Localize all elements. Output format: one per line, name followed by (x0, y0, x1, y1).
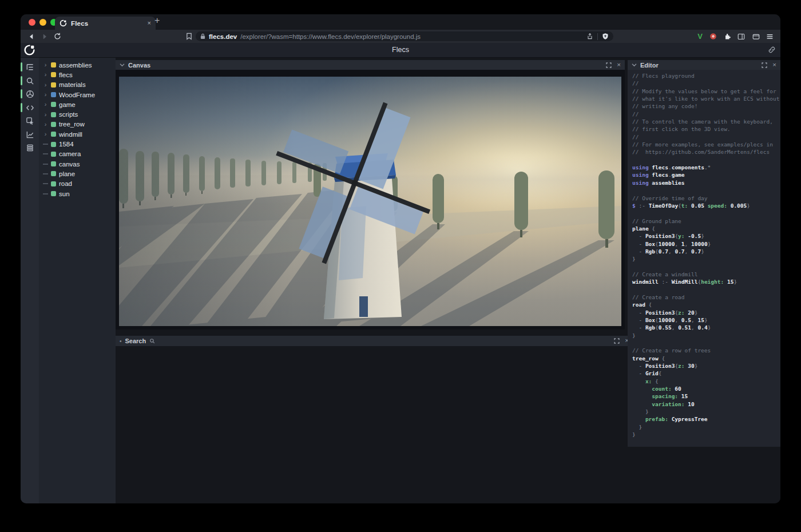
code-line[interactable]: using flecs.game (632, 171, 780, 178)
code-line[interactable]: // Ground plane (632, 217, 780, 225)
tree-item-assemblies[interactable]: ›assemblies (39, 60, 116, 70)
collapsed-bullet-icon[interactable]: • (120, 338, 122, 344)
code-line[interactable]: $ :- TimeOfDay{t: 0.05 speed: 0.005} (632, 202, 780, 209)
code-line[interactable]: - Position3{y: -0.5} (632, 232, 780, 240)
new-tab-button[interactable]: + (154, 15, 160, 26)
expand-chevron-icon[interactable]: › (43, 131, 48, 137)
code-line[interactable]: // For more examples, see examples/plecs… (632, 141, 780, 148)
code-line[interactable]: - Box{10000, 0.5, 15} (632, 316, 780, 324)
code-line[interactable]: x: { (632, 378, 780, 385)
expand-chevron-icon[interactable]: › (43, 112, 48, 118)
code-line[interactable]: count: 60 (632, 385, 780, 392)
share-link-icon[interactable] (768, 46, 776, 56)
chevron-down-icon[interactable] (632, 63, 637, 67)
expand-panel-icon[interactable] (606, 62, 612, 68)
code-line[interactable]: using flecs.components.* (632, 164, 780, 171)
tree-item-WoodFrame[interactable]: ›WoodFrame (39, 90, 116, 100)
code-line[interactable]: // https://github.com/SanderMertens/flec… (632, 148, 780, 156)
code-line[interactable]: // (632, 80, 780, 87)
extensions-puzzle-icon[interactable] (722, 31, 732, 41)
tree-item-scripts[interactable]: ›scripts (39, 109, 116, 119)
tree-item-plane[interactable]: plane (39, 169, 116, 178)
browser-tab-flecs[interactable]: Flecs × (55, 17, 156, 30)
code-line[interactable]: - Grid{ (632, 370, 780, 377)
tree-item-flecs[interactable]: ›flecs (39, 70, 116, 80)
code-line[interactable]: variation: 10 (632, 400, 780, 408)
tree-item-game[interactable]: ›game (39, 100, 116, 109)
window-minimize-button[interactable] (39, 19, 46, 26)
code-line[interactable]: } (632, 255, 780, 263)
tree-item-canvas[interactable]: canvas (39, 159, 116, 169)
close-panel-icon[interactable]: × (617, 62, 621, 69)
inspector-icon[interactable] (21, 114, 39, 128)
canvas-3d-icon[interactable] (21, 88, 39, 101)
expand-chevron-icon[interactable]: › (43, 92, 48, 98)
code-line[interactable]: windmill :- WindMill{height: 15} (632, 278, 780, 285)
code-line[interactable]: // Flecs playground (632, 72, 780, 80)
code-line[interactable]: } (632, 408, 780, 415)
code-line[interactable]: // first click on the 3D view. (632, 125, 780, 133)
code-line[interactable]: // Create a road (632, 293, 780, 301)
extension-red-icon[interactable] (708, 31, 718, 41)
code-line[interactable]: // Override time of day (632, 194, 780, 202)
close-panel-icon[interactable]: × (772, 62, 776, 69)
code-line[interactable] (632, 156, 780, 164)
wallet-icon[interactable] (751, 31, 761, 41)
editor-panel-header[interactable]: Editor × (628, 60, 780, 70)
code-line[interactable]: // what it's like to work with an ECS wi… (632, 95, 780, 102)
back-button[interactable] (26, 31, 36, 41)
expand-chevron-icon[interactable]: › (43, 72, 48, 78)
expand-panel-icon[interactable] (614, 338, 620, 344)
search-panel-header[interactable]: • Search × (116, 336, 633, 346)
expand-chevron-icon[interactable]: › (43, 62, 48, 68)
tree-item-road[interactable]: road (39, 179, 116, 189)
forward-button[interactable] (39, 31, 49, 41)
expand-chevron-icon[interactable]: › (43, 101, 48, 108)
chevron-down-icon[interactable] (120, 63, 125, 67)
tree-item-1584[interactable]: 1584 (39, 139, 116, 149)
sidebar-toggle-icon[interactable] (736, 31, 746, 41)
menu-hamburger-icon[interactable] (765, 31, 775, 41)
code-line[interactable]: - Rgb{0.7, 0.7, 0.7} (632, 248, 780, 255)
tree-item-sun[interactable]: sun (39, 189, 116, 198)
code-line[interactable]: } (632, 431, 780, 438)
code-editor-icon[interactable] (21, 101, 39, 115)
code-line[interactable]: spacing: 15 (632, 392, 780, 400)
statistics-icon[interactable] (21, 128, 39, 142)
code-line[interactable]: road { (632, 301, 780, 308)
code-line[interactable]: // Create a row of trees (632, 347, 780, 354)
code-line[interactable]: using assemblies (632, 179, 780, 186)
code-line[interactable]: - Box{10000, 1, 10000} (632, 240, 780, 248)
code-line[interactable]: prefab: CypressTree (632, 415, 780, 423)
canvas-3d-view[interactable] (119, 77, 621, 326)
code-line[interactable]: - Rgb{0.55, 0.51, 0.4} (632, 324, 780, 331)
canvas-panel-header[interactable]: Canvas × (116, 60, 625, 70)
address-bar[interactable]: flecs.dev/explorer/?wasm=https://www.fle… (196, 31, 613, 41)
search-icon[interactable] (21, 74, 39, 88)
tree-item-camera[interactable]: camera (39, 149, 116, 159)
extension-v-icon[interactable]: V (695, 31, 705, 41)
brave-shield-icon[interactable] (602, 33, 609, 40)
code-line[interactable] (632, 286, 780, 293)
code-line[interactable]: // (632, 110, 780, 118)
expand-panel-icon[interactable] (762, 62, 767, 68)
code-line[interactable]: // (632, 133, 780, 141)
code-line[interactable]: tree_row { (632, 355, 780, 362)
expand-chevron-icon[interactable]: › (43, 82, 48, 88)
code-line[interactable]: - Position3{z: 20} (632, 309, 780, 316)
code-line[interactable] (632, 263, 780, 271)
code-line[interactable] (632, 339, 780, 347)
expand-chevron-icon[interactable]: › (43, 121, 48, 128)
code-line[interactable]: - Position3{z: 30} (632, 362, 780, 370)
code-line[interactable] (632, 209, 780, 217)
tree-item-windmill[interactable]: ›windmill (39, 129, 116, 139)
code-line[interactable]: // Modify the values below to get a feel… (632, 88, 780, 95)
tree-item-tree_row[interactable]: ›tree_row (39, 120, 116, 129)
window-close-button[interactable] (29, 19, 35, 26)
tab-close-icon[interactable]: × (148, 20, 151, 26)
tree-item-materials[interactable]: ›materials (39, 80, 116, 90)
code-line[interactable]: } (632, 332, 780, 339)
bookmark-icon[interactable] (184, 31, 194, 41)
code-line[interactable] (632, 186, 780, 194)
code-line[interactable]: // Create a windmill (632, 271, 780, 278)
